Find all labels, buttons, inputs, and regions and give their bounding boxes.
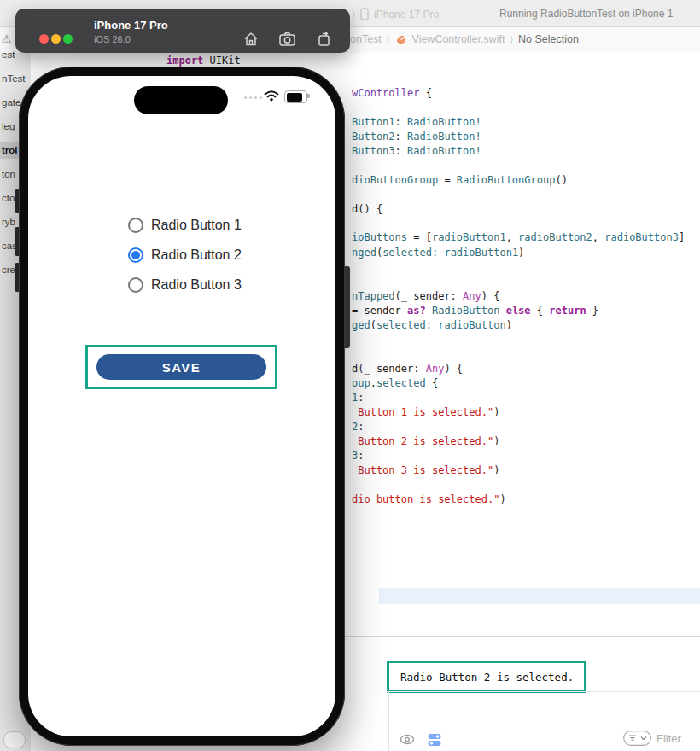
eye-icon[interactable]: [400, 734, 415, 745]
chevron-icon: 〉: [510, 34, 513, 45]
code-line: 2:: [352, 420, 364, 434]
warning-icon: ⚠: [2, 32, 12, 45]
radio-option[interactable]: Radio Button 3: [128, 276, 242, 294]
console-output: Radio Button 2 is selected.: [389, 671, 574, 684]
console-output-highlight: Radio Button 2 is selected.: [387, 661, 586, 693]
home-icon[interactable]: [242, 31, 260, 48]
run-destination-label: iPhone 17 Pro: [374, 9, 439, 20]
filter-icon: [623, 731, 651, 746]
close-window-button[interactable]: [39, 34, 49, 44]
code-line: Button3: RadioButton!: [352, 144, 481, 159]
code-line: dio button is selected."): [352, 492, 506, 507]
code-line: Button2: RadioButton!: [352, 130, 481, 144]
wifi-icon: [264, 90, 279, 102]
radio-button-group: Radio Button 1Radio Button 2Radio Button…: [128, 216, 242, 306]
swift-file-icon: [395, 33, 407, 45]
navigator-item[interactable]: nTest: [0, 70, 32, 87]
battery-icon: [284, 90, 307, 103]
code-line: d(_ sender: Any) {: [352, 362, 463, 376]
code-line: Button 2 is selected."): [352, 434, 499, 449]
breadcrumb-selection[interactable]: No Selection: [518, 33, 579, 45]
radio-unselected-icon[interactable]: [128, 218, 143, 233]
code-line: dioButtonGroup = RadioButtonGroup(): [352, 173, 568, 188]
activity-status: Running RadioButtonTest on iPhone 1: [499, 8, 673, 20]
code-line: 3:: [352, 449, 364, 463]
chevron-icon: 〉: [352, 9, 355, 20]
code-line: nTapped(_ sender: Any) {: [352, 289, 499, 304]
divider: [387, 691, 700, 692]
radio-label: Radio Button 3: [151, 277, 242, 293]
code-line: oup.selected {: [352, 376, 438, 391]
code-line: = sender as? RadioButton else { return }: [352, 304, 598, 318]
minimize-window-button[interactable]: [51, 34, 61, 44]
radio-unselected-icon[interactable]: [128, 277, 143, 293]
divider: [388, 691, 389, 751]
radio-option[interactable]: Radio Button 2: [128, 246, 242, 265]
save-button-highlight: SAVE: [85, 345, 277, 389]
code-line: d() {: [352, 202, 382, 217]
screenshot-icon[interactable]: [278, 31, 296, 48]
chevron-icon: 〉: [387, 34, 390, 45]
breadcrumb-project[interactable]: onTest: [350, 33, 382, 45]
radio-selected-icon[interactable]: [128, 247, 143, 263]
console-filter-field[interactable]: Filter: [623, 731, 681, 746]
simulator-os-version: iOS 26.0: [94, 34, 131, 44]
cellular-dots-icon: [244, 96, 262, 99]
breadcrumb-file[interactable]: ViewController.swift: [412, 33, 505, 45]
save-button[interactable]: SAVE: [96, 354, 266, 380]
code-line: nged(selected: radioButton1): [352, 246, 524, 260]
code-line: Button1: RadioButton!: [352, 115, 481, 130]
simulator-device-title: iPhone 17 Pro: [94, 19, 168, 32]
code-line: ioButtons = [radioButton1, radioButton2,…: [352, 230, 685, 245]
current-line-highlight: [379, 588, 700, 604]
device-icon: [360, 8, 369, 20]
phone-screen: Radio Button 1Radio Button 2Radio Button…: [28, 76, 335, 736]
radio-label: Radio Button 1: [151, 218, 242, 233]
filter-placeholder: Filter: [656, 732, 681, 745]
zoom-window-button[interactable]: [63, 34, 73, 44]
radio-label: Radio Button 2: [151, 247, 242, 263]
code-line: Button 3 is selected."): [352, 463, 499, 478]
code-line: wController {: [352, 86, 432, 101]
rotate-device-icon[interactable]: [316, 31, 333, 48]
code-line: 1:: [352, 391, 364, 405]
run-destination[interactable]: 〉 iPhone 17 Pro: [352, 8, 439, 20]
navigator-filter-field[interactable]: [3, 731, 26, 748]
dynamic-island: [134, 86, 228, 114]
screenshot-root: 〉 iPhone 17 Pro Running RadioButtonTest …: [0, 0, 700, 751]
code-line: ged(selected: radioButton): [352, 318, 512, 333]
simulator-titlebar[interactable]: iPhone 17 Pro iOS 26.0: [15, 9, 350, 53]
code-line: Button 1 is selected."): [352, 405, 499, 420]
radio-option[interactable]: Radio Button 1: [128, 216, 242, 235]
battery-nub: [307, 94, 310, 98]
debugger-columns-icon[interactable]: [428, 733, 441, 747]
